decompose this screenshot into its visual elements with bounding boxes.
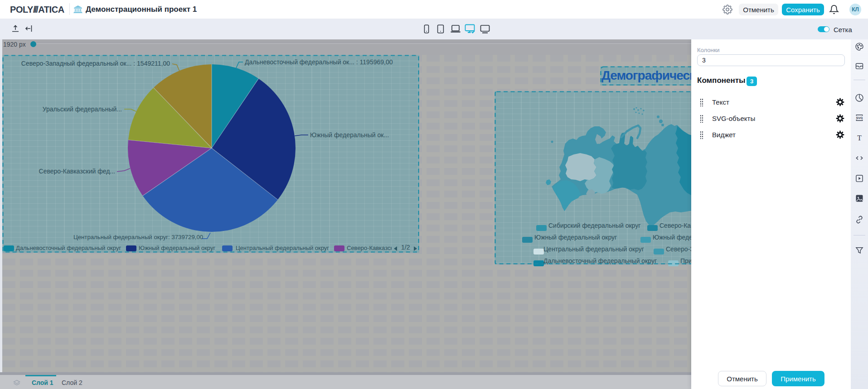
svg-text:T: T [857, 134, 862, 142]
svg-text:SVG: SVG [856, 116, 863, 120]
